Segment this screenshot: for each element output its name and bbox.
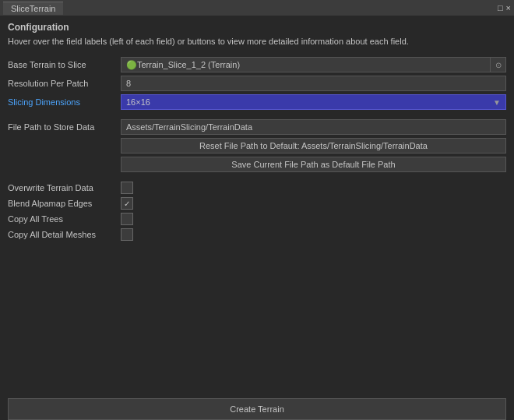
- minimize-button[interactable]: □: [498, 3, 503, 12]
- slicing-row: Slicing Dimensions 16×16 ▼: [8, 94, 506, 110]
- window-controls: □ ×: [498, 3, 511, 12]
- blend-checkbox[interactable]: ✓: [121, 197, 133, 210]
- base-terrain-value: Terrain_Slice_1_2 (Terrain): [137, 60, 240, 69]
- title-bar: SliceTerrain □ ×: [0, 0, 514, 16]
- resolution-label: Resolution Per Patch: [8, 79, 121, 88]
- save-file-path-button[interactable]: Save Current File Path as Default File P…: [121, 157, 506, 172]
- title-tab[interactable]: SliceTerrain: [3, 2, 63, 15]
- slicing-dropdown[interactable]: 16×16 ▼: [121, 94, 506, 110]
- file-path-row: File Path to Store Data Assets/TerrainSl…: [8, 119, 506, 135]
- description-text: Hover over the field labels (left of eac…: [8, 36, 506, 48]
- overwrite-checkbox[interactable]: [121, 182, 133, 194]
- overwrite-row: Overwrite Terrain Data: [8, 182, 506, 194]
- resolution-row: Resolution Per Patch 8: [8, 76, 506, 91]
- content-area: Configuration Hover over the field label…: [0, 16, 514, 389]
- blend-label: Blend Alpamap Edges: [8, 199, 121, 208]
- blend-row: Blend Alpamap Edges ✓: [8, 197, 506, 210]
- detail-row: Copy All Detail Meshes: [8, 228, 506, 241]
- divider-2: [8, 175, 506, 182]
- detail-checkbox[interactable]: [121, 228, 133, 241]
- reset-file-path-button[interactable]: Reset File Path to Default: Assets/Terra…: [121, 138, 506, 154]
- slicing-arrow-icon: ▼: [493, 98, 501, 107]
- close-button[interactable]: ×: [506, 3, 511, 12]
- file-path-label: File Path to Store Data: [8, 122, 121, 132]
- trees-checkbox[interactable]: [121, 213, 133, 225]
- trees-label: Copy All Trees: [8, 214, 121, 224]
- base-terrain-end-icon[interactable]: ⊙: [491, 57, 506, 72]
- trees-row: Copy All Trees: [8, 213, 506, 225]
- file-path-value[interactable]: Assets/TerrainSlicing/TerrainData: [121, 119, 506, 135]
- resolution-value[interactable]: 8: [121, 76, 506, 91]
- divider-1: [8, 113, 506, 119]
- slicing-value: 16×16: [126, 97, 150, 107]
- detail-label: Copy All Detail Meshes: [8, 230, 121, 239]
- button-spacer-2: [8, 157, 121, 174]
- base-terrain-row: Base Terrain to Slice 🟢 Terrain_Slice_1_…: [8, 57, 506, 72]
- section-title: Configuration: [8, 22, 506, 33]
- base-terrain-label: Base Terrain to Slice: [8, 60, 121, 69]
- main-window: SliceTerrain □ × Configuration Hover ove…: [0, 0, 514, 420]
- save-button-row: Save Current File Path as Default File P…: [8, 157, 506, 174]
- slicing-label: Slicing Dimensions: [8, 97, 121, 107]
- blend-checkmark: ✓: [124, 199, 130, 208]
- reset-button-row: Reset File Path to Default: Assets/Terra…: [8, 138, 506, 155]
- button-spacer-1: [8, 138, 121, 155]
- terrain-icon: 🟢: [126, 60, 137, 70]
- overwrite-label: Overwrite Terrain Data: [8, 183, 121, 192]
- base-terrain-input[interactable]: 🟢 Terrain_Slice_1_2 (Terrain): [121, 57, 491, 72]
- create-terrain-button[interactable]: Create Terrain: [8, 398, 506, 420]
